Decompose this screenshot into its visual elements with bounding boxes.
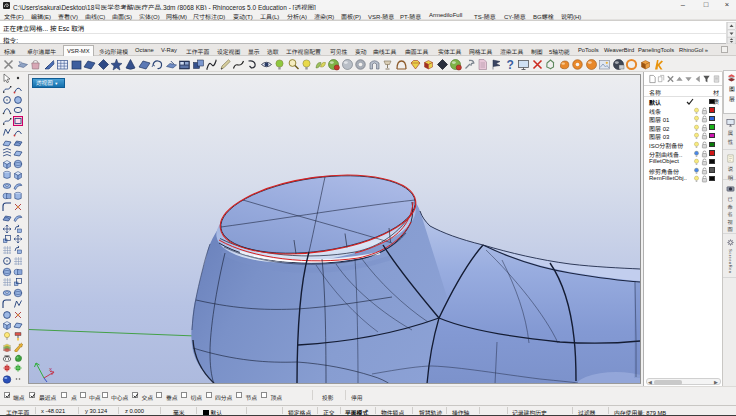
svg-text:x: x bbox=[49, 366, 52, 372]
svg-text:z: z bbox=[47, 381, 50, 383]
svg-text:?: ? bbox=[507, 58, 514, 71]
